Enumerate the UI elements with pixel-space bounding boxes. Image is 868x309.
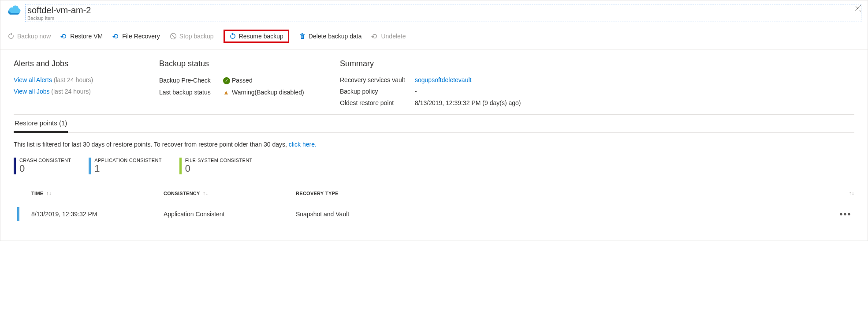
- click-here-link[interactable]: click here.: [289, 141, 317, 148]
- backup-now-button: Backup now: [7, 33, 51, 40]
- page-subtitle: Backup Item: [27, 15, 859, 21]
- view-all-jobs-link[interactable]: View all Jobs: [14, 88, 49, 95]
- cell-recovery-type: Snapshot and Vault: [296, 211, 837, 218]
- col-consistency[interactable]: CONSISTENCY↑↓: [164, 190, 296, 196]
- tab-bar: Restore points (1): [14, 115, 854, 133]
- file-recovery-button[interactable]: File Recovery: [112, 33, 160, 40]
- undelete-button: Undelete: [371, 33, 406, 40]
- restore-icon: [60, 33, 67, 40]
- stat-application-consistent: APPLICATION CONSISTENT 1: [89, 158, 161, 174]
- backup-status-title: Backup status: [159, 59, 309, 68]
- tab-restore-points[interactable]: Restore points (1): [14, 115, 68, 133]
- delete-backup-data-button[interactable]: Delete backup data: [299, 33, 362, 40]
- precheck-label: Backup Pre-Check: [159, 77, 223, 84]
- success-icon: ✓: [223, 76, 232, 84]
- precheck-value: Passed: [232, 77, 309, 84]
- stop-icon: [170, 33, 177, 40]
- oldest-value: 8/13/2019, 12:39:32 PM (9 day(s) ago): [415, 99, 521, 106]
- col-time[interactable]: TIME↑↓: [31, 190, 164, 196]
- undelete-icon: [371, 33, 378, 40]
- alerts-jobs-section: Alerts and Jobs View all Alerts (last 24…: [14, 59, 128, 106]
- cell-consistency: Application Consistent: [164, 211, 296, 218]
- policy-value: -: [415, 88, 521, 95]
- oldest-label: Oldest restore point: [340, 99, 415, 106]
- row-marker: [17, 207, 19, 221]
- resume-icon: [229, 33, 236, 40]
- file-recovery-icon: [112, 33, 119, 40]
- summary-title: Summary: [340, 59, 521, 68]
- page-title: softdel-vm-am-2: [27, 5, 859, 15]
- table-row[interactable]: 8/13/2019, 12:39:32 PM Application Consi…: [14, 201, 854, 227]
- sort-icon: ↑↓: [46, 190, 52, 196]
- backup-now-icon: [7, 33, 15, 40]
- stat-crash-consistent: CRASH CONSISTENT 0: [14, 158, 71, 174]
- jobs-timeframe: (last 24 hours): [51, 88, 90, 95]
- consistency-stats: CRASH CONSISTENT 0 APPLICATION CONSISTEN…: [14, 158, 854, 174]
- restore-vm-button[interactable]: Restore VM: [60, 33, 103, 40]
- view-all-alerts-link[interactable]: View all Alerts: [14, 76, 52, 83]
- trash-icon: [299, 33, 306, 40]
- policy-label: Backup policy: [340, 88, 415, 95]
- sort-icon: ↑↓: [849, 190, 854, 196]
- restore-points-table: TIME↑↓ CONSISTENCY↑↓ RECOVERY TYPE ↑↓ 8/…: [14, 186, 854, 227]
- alerts-title: Alerts and Jobs: [14, 59, 128, 68]
- backup-status-section: Backup status Backup Pre-Check ✓ Passed …: [159, 59, 309, 106]
- close-button[interactable]: [854, 5, 861, 12]
- resume-backup-button[interactable]: Resume backup: [229, 33, 283, 40]
- command-bar: Backup now Restore VM File Recovery Stop…: [0, 25, 868, 49]
- last-backup-label: Last backup status: [159, 89, 223, 96]
- last-backup-value: Warning(Backup disabled): [232, 89, 309, 96]
- row-menu-button[interactable]: •••: [837, 209, 854, 219]
- warning-icon: ▲: [223, 89, 232, 96]
- filter-note: This list is filtered for last 30 days o…: [14, 141, 854, 148]
- vault-link[interactable]: sogupsoftdeletevault: [415, 76, 521, 83]
- vault-label: Recovery services vault: [340, 76, 415, 83]
- col-recovery-type[interactable]: RECOVERY TYPE: [296, 190, 837, 196]
- blade-header: softdel-vm-am-2 Backup Item: [0, 0, 868, 25]
- resume-backup-highlight: Resume backup: [224, 30, 289, 43]
- alerts-timeframe: (last 24 hours): [54, 76, 93, 83]
- summary-section: Summary Recovery services vault sogupsof…: [340, 59, 521, 106]
- cloud-backup-icon: [7, 4, 22, 19]
- cell-time: 8/13/2019, 12:39:32 PM: [31, 211, 164, 218]
- sort-icon: ↑↓: [203, 190, 209, 196]
- stat-file-system-consistent: FILE-SYSTEM CONSISTENT 0: [179, 158, 253, 174]
- stop-backup-button: Stop backup: [170, 33, 214, 40]
